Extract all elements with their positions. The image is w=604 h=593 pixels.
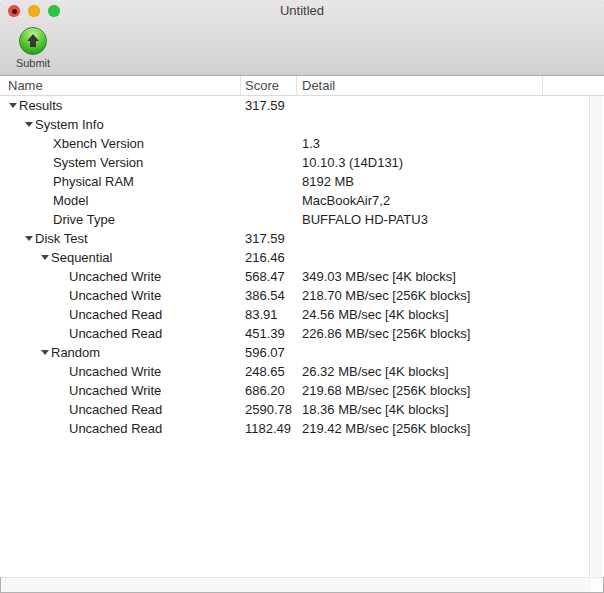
disclosure-triangle-icon[interactable]	[41, 350, 49, 355]
row-detail: MacBookAir7,2	[302, 191, 390, 210]
window-chrome: Untitled Submit	[0, 0, 604, 76]
column-separator[interactable]	[240, 76, 241, 95]
table-row[interactable]: Uncached Write 386.54 218.70 MB/sec [256…	[0, 286, 604, 305]
row-score: 386.54	[245, 286, 285, 305]
submit-label: Submit	[8, 57, 58, 69]
row-name: Results	[19, 96, 62, 115]
row-score: 248.65	[245, 362, 285, 381]
table-body: Results 317.59 System Info Xbench Versio…	[0, 96, 604, 577]
row-score: 686.20	[245, 381, 285, 400]
row-score: 317.59	[245, 96, 285, 115]
row-detail: 219.42 MB/sec [256K blocks]	[302, 419, 470, 438]
row-name: Uncached Write	[69, 267, 161, 286]
row-detail: 8192 MB	[302, 172, 354, 191]
table-row[interactable]: Xbench Version 1.3	[0, 134, 604, 153]
row-name: Uncached Write	[69, 362, 161, 381]
submit-icon	[19, 27, 47, 55]
row-score: 568.47	[245, 267, 285, 286]
table-row[interactable]: Uncached Write 568.47 349.03 MB/sec [4K …	[0, 267, 604, 286]
row-detail: 219.68 MB/sec [256K blocks]	[302, 381, 470, 400]
row-detail: 349.03 MB/sec [4K blocks]	[302, 267, 456, 286]
table-row[interactable]: Model MacBookAir7,2	[0, 191, 604, 210]
row-detail: 1.3	[302, 134, 320, 153]
row-name: Random	[51, 343, 100, 362]
row-name: Drive Type	[53, 210, 115, 229]
column-header-detail[interactable]: Detail	[302, 76, 335, 95]
table-row[interactable]: Disk Test 317.59	[0, 229, 604, 248]
row-score: 216.46	[245, 248, 285, 267]
row-detail: 226.86 MB/sec [256K blocks]	[302, 324, 470, 343]
row-score: 83.91	[245, 305, 278, 324]
disclosure-triangle-icon[interactable]	[9, 103, 17, 108]
scrollbar-corner	[589, 577, 603, 592]
row-name: Uncached Read	[69, 305, 162, 324]
horizontal-scrollbar-track[interactable]	[1, 577, 603, 592]
table-row[interactable]: Physical RAM 8192 MB	[0, 172, 604, 191]
row-detail: BUFFALO HD-PATU3	[302, 210, 428, 229]
vertical-scrollbar-track[interactable]	[589, 96, 603, 577]
disclosure-triangle-icon[interactable]	[25, 122, 33, 127]
column-header-score[interactable]: Score	[245, 76, 279, 95]
column-header-name[interactable]: Name	[8, 76, 43, 95]
row-name: Uncached Write	[69, 381, 161, 400]
column-separator[interactable]	[296, 76, 297, 95]
table-row[interactable]: Drive Type BUFFALO HD-PATU3	[0, 210, 604, 229]
row-name: Disk Test	[35, 229, 88, 248]
row-name: Uncached Write	[69, 286, 161, 305]
row-name: Physical RAM	[53, 172, 134, 191]
row-detail: 26.32 MB/sec [4K blocks]	[302, 362, 449, 381]
row-detail: 10.10.3 (14D131)	[302, 153, 403, 172]
row-score: 317.59	[245, 229, 285, 248]
row-name: Model	[53, 191, 88, 210]
submit-button[interactable]: Submit	[8, 27, 58, 69]
row-detail: 24.56 MB/sec [4K blocks]	[302, 305, 449, 324]
column-separator[interactable]	[542, 76, 543, 95]
table-row[interactable]: Uncached Write 686.20 219.68 MB/sec [256…	[0, 381, 604, 400]
table-row[interactable]: Sequential 216.46	[0, 248, 604, 267]
row-name: Sequential	[51, 248, 112, 267]
table-row[interactable]: Results 317.59	[0, 96, 604, 115]
disclosure-triangle-icon[interactable]	[25, 236, 33, 241]
table-row[interactable]: System Info	[0, 115, 604, 134]
table-row[interactable]: System Version 10.10.3 (14D131)	[0, 153, 604, 172]
row-name: System Info	[35, 115, 104, 134]
row-name: Uncached Read	[69, 400, 162, 419]
row-score: 1182.49	[245, 419, 291, 438]
table-row[interactable]: Uncached Read 1182.49 219.42 MB/sec [256…	[0, 419, 604, 438]
table-header: Name Score Detail	[0, 76, 604, 96]
row-name: Uncached Read	[69, 324, 162, 343]
table-row[interactable]: Random 596.07	[0, 343, 604, 362]
table-row[interactable]: Uncached Read 2590.78 18.36 MB/sec [4K b…	[0, 400, 604, 419]
xbench-window: Untitled Submit Name Score Detail Result…	[0, 0, 604, 593]
row-detail: 18.36 MB/sec [4K blocks]	[302, 400, 449, 419]
table-row[interactable]: Uncached Read 83.91 24.56 MB/sec [4K blo…	[0, 305, 604, 324]
row-name: Xbench Version	[53, 134, 144, 153]
row-score: 596.07	[245, 343, 285, 362]
row-name: Uncached Read	[69, 419, 162, 438]
window-title: Untitled	[0, 0, 604, 22]
table-row[interactable]: Uncached Write 248.65 26.32 MB/sec [4K b…	[0, 362, 604, 381]
row-name: System Version	[53, 153, 143, 172]
disclosure-triangle-icon[interactable]	[41, 255, 49, 260]
row-score: 2590.78	[245, 400, 292, 419]
table-row[interactable]: Uncached Read 451.39 226.86 MB/sec [256K…	[0, 324, 604, 343]
row-score: 451.39	[245, 324, 285, 343]
row-detail: 218.70 MB/sec [256K blocks]	[302, 286, 470, 305]
